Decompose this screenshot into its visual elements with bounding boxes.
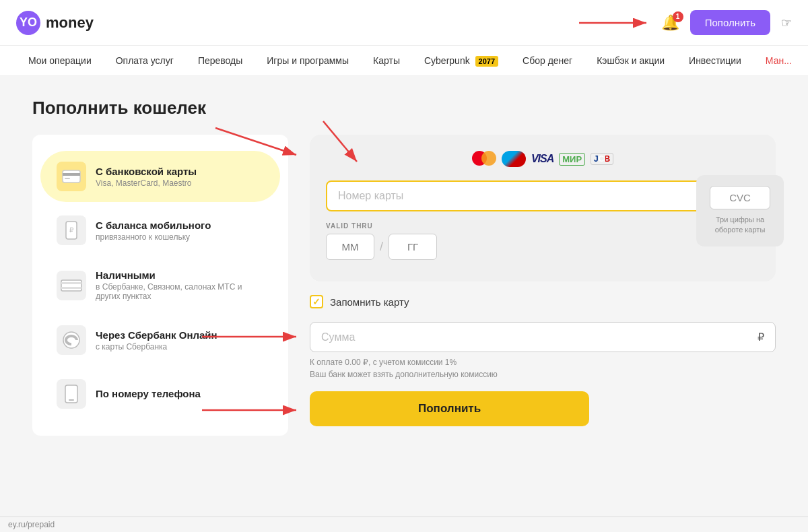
nav-item-fundraising[interactable]: Сбор денег [510, 46, 584, 75]
cvc-hint: Три цифры на обороте карты [710, 215, 770, 236]
method-mobile[interactable]: ₽ С баланса мобильного привязанного к ко… [40, 205, 280, 256]
card-number-input[interactable] [326, 180, 760, 211]
logo-icon: YO [16, 11, 40, 35]
nav-item-more[interactable]: Ман... [753, 46, 804, 75]
cursor-icon: ☞ [781, 15, 792, 30]
arrow-to-bell [579, 9, 660, 36]
mir-logo: МИР [559, 153, 585, 166]
svg-rect-4 [65, 178, 70, 179]
bell-badge: 1 [673, 11, 683, 22]
nav-item-cyberpunk[interactable]: Cyberpunk 2077 [412, 46, 510, 75]
method-cash[interactable]: Наличными в Сбербанке, Связном, салонах … [40, 259, 280, 312]
nav-item-cashback[interactable]: Кэшбэк и акции [584, 46, 677, 75]
nav-item-services[interactable]: Оплата услуг [104, 46, 186, 75]
cash-icon [57, 271, 86, 300]
valid-thru-section: VALID THRU / [326, 222, 760, 260]
cvc-label: CVC [710, 186, 770, 209]
svg-rect-3 [63, 173, 80, 176]
header: YO money 🔔 1 Пополнить ☞ [0, 0, 808, 46]
svg-rect-9 [61, 287, 81, 289]
valid-thru-label: VALID THRU [326, 222, 760, 230]
cyberpunk-badge: 2077 [475, 56, 498, 67]
nav-item-cards[interactable]: Карты [361, 46, 412, 75]
phone-title: По номеру телефона [96, 388, 201, 399]
notification-bell[interactable]: 🔔 1 [661, 14, 679, 32]
mastercard-logo [472, 151, 496, 167]
header-topup-button[interactable]: Пополнить [690, 10, 770, 35]
form-area: VISA МИР JCB VALID THRU / [310, 135, 776, 426]
main-content: Пополнить кошелек С банковской карты Vis… [0, 76, 808, 530]
remember-label: Запомнить карту [330, 296, 409, 308]
sberbank-title: Через Сбербанк Онлайн [96, 329, 217, 341]
sberbank-icon [57, 325, 86, 355]
method-phone[interactable]: По номеру телефона [40, 368, 280, 420]
visa-logo: VISA [531, 153, 553, 165]
bank-card-icon [57, 162, 86, 191]
content-area: С банковской карты Visa, MasterCard, Mae… [32, 135, 776, 436]
remember-row: ✓ Запомнить карту [310, 292, 776, 311]
ruble-sign: ₽ [758, 331, 764, 343]
maestro-logo [502, 151, 526, 167]
amount-section: ₽ К оплате 0.00 ₽, с учетом комиссии 1% … [310, 322, 776, 380]
methods-panel: С банковской карты Visa, MasterCard, Mae… [32, 135, 288, 436]
method-bank-card[interactable]: С банковской карты Visa, MasterCard, Mae… [40, 151, 280, 202]
nav-item-games[interactable]: Игры и программы [255, 46, 361, 75]
card-logos: VISA МИР JCB [326, 151, 760, 167]
mobile-title: С баланса мобильного [96, 220, 211, 231]
nav-item-investments[interactable]: Инвестиции [677, 46, 753, 75]
card-widget: VISA МИР JCB VALID THRU / [310, 135, 776, 281]
jcb-logo: JCB [591, 153, 613, 165]
status-url: ey.ru/prepaid [8, 520, 55, 529]
cash-title: Наличными [96, 269, 264, 281]
amount-input-wrap: ₽ [310, 322, 776, 352]
mobile-subtitle: привязанного к кошельку [96, 232, 211, 242]
expiry-slash: / [380, 240, 383, 254]
nav-item-operations[interactable]: Мои операции [16, 46, 104, 75]
cash-subtitle: в Сбербанке, Связном, салонах МТС и друг… [96, 282, 264, 301]
header-right: 🔔 1 Пополнить ☞ [661, 10, 792, 35]
status-bar: ey.ru/prepaid [0, 517, 808, 530]
logo-text: money [46, 14, 94, 32]
month-input[interactable] [326, 234, 374, 260]
method-sberbank[interactable]: Через Сбербанк Онлайн с карты Сбербанка [40, 314, 280, 366]
svg-rect-12 [69, 399, 74, 401]
svg-rect-7 [61, 280, 81, 291]
sberbank-subtitle: с карты Сбербанка [96, 342, 217, 352]
logo: YO money [16, 11, 94, 35]
expiry-row: / [326, 234, 760, 260]
svg-text:₽: ₽ [69, 226, 74, 234]
checkmark-icon: ✓ [312, 296, 321, 307]
bank-card-subtitle: Visa, MasterCard, Maestro [96, 178, 197, 188]
svg-rect-8 [61, 282, 81, 284]
page-title: Пополнить кошелек [32, 98, 776, 119]
cvc-widget: CVC Три цифры на обороте карты [696, 175, 784, 246]
mobile-icon: ₽ [57, 215, 86, 245]
pay-button[interactable]: Пополнить [310, 391, 589, 426]
bank-card-title: С банковской карты [96, 166, 197, 177]
navigation: Мои операции Оплата услуг Переводы Игры … [0, 46, 808, 76]
year-input[interactable] [389, 234, 437, 260]
remember-checkbox[interactable]: ✓ [310, 295, 323, 308]
amount-hint: К оплате 0.00 ₽, с учетом комиссии 1% Ва… [310, 356, 776, 380]
card-number-wrap [326, 180, 760, 211]
amount-input[interactable] [321, 331, 752, 343]
nav-item-transfers[interactable]: Переводы [186, 46, 255, 75]
svg-rect-2 [63, 170, 80, 182]
phone-icon [57, 379, 86, 409]
